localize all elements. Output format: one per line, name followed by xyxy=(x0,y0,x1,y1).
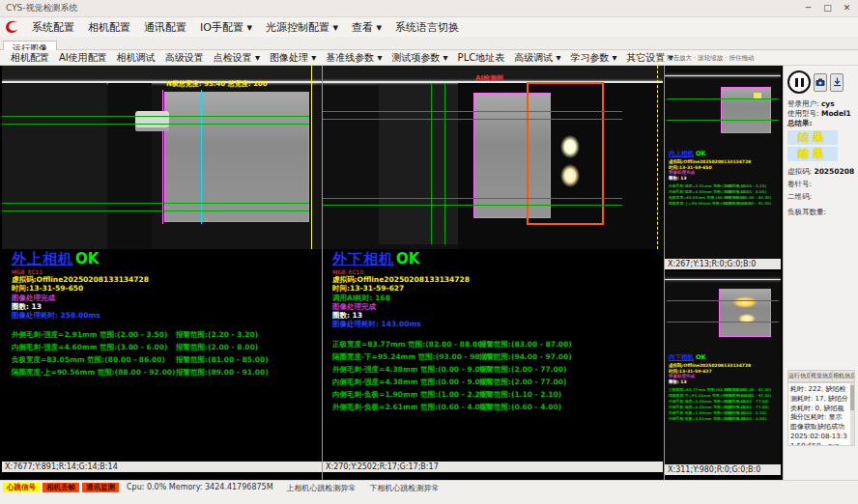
alarm-range: 报警范围:(2.00 - 77.00) xyxy=(479,376,663,388)
code-label: 虚拟码: xyxy=(787,167,812,176)
middle-camera-image: AI检测框 xyxy=(323,66,663,249)
alarm-range: 报警范围:(1.10 - 2.10) xyxy=(479,388,663,401)
bright-edge-line xyxy=(665,75,781,76)
process-elapsed: 图像处理耗时: 143.00ms xyxy=(332,320,663,328)
total-result-label: 总结果: xyxy=(787,119,855,128)
ai-elapsed: 调用AI耗时: 168 xyxy=(332,294,663,302)
info-scrollbar[interactable] xyxy=(850,383,854,445)
app-window: CYS-视觉检测系统 ─ □ ✕ 系统配置相机配置通讯配置IO手配置 ▾光源控制… xyxy=(0,0,858,504)
measurement-list: 正极宽度=83.77mm 范围:(82.00 - 88.00)报警范围:(83.… xyxy=(669,387,777,422)
status-bar: 心跳信号相机丢帧通讯监测 Cpu: 0.0% Memory: 3424.4179… xyxy=(0,480,858,504)
code-value: 20250208 xyxy=(814,167,854,176)
result-box-lower: 结果 xyxy=(787,147,838,161)
toolbar-button[interactable]: 高级调试 ▾ xyxy=(509,51,565,65)
camera-thumb-inner-lower[interactable]: 内下相机OK 虚拟码:Offline20250208133134728 时间:1… xyxy=(665,271,781,475)
measurement-row: 内侧毛刺-强度=4.60mm 范围:(3.00 - 6.00)报警范围:(2.0… xyxy=(12,341,321,353)
export-arrow-icon xyxy=(833,77,842,87)
close-button[interactable]: ✕ xyxy=(839,1,855,14)
camera-name: 外上相机 xyxy=(12,250,73,267)
camera-capture-button[interactable] xyxy=(814,73,827,92)
export-button[interactable] xyxy=(830,73,844,92)
baseline-upper-1 xyxy=(323,111,622,112)
yellow-guide-line xyxy=(657,66,658,249)
baseline-lower-1 xyxy=(323,198,622,199)
menu-item[interactable]: 光源控制配置 ▾ xyxy=(259,20,345,35)
baseline-lower-2 xyxy=(323,205,622,206)
thumb-top-overlay: 内上相机OK 虚拟码:Offline20250208133134728 时间:1… xyxy=(669,141,777,207)
camera-view-outer-lower[interactable]: AI检测框 外下相机OK MG8_EC10 虚拟码:Offline2025020… xyxy=(323,66,663,480)
pause-button[interactable] xyxy=(787,70,811,94)
measurement-row: 内侧毛刺-强度=4.38mm 范围:(0.00 - 9.00)报警范围:(2.0… xyxy=(332,376,663,388)
camera-thumb-inner-upper[interactable]: 内上相机OK 虚拟码:Offline20250208133134728 时间:1… xyxy=(665,66,781,269)
machine-body xyxy=(2,83,106,249)
baseline-lower-1 xyxy=(2,203,309,204)
bright-edge-line xyxy=(665,279,781,280)
process-done: 图像处理完成 xyxy=(332,302,663,311)
loop-count: 圈数: 13 xyxy=(332,311,663,320)
toolbar-button[interactable]: 测试项参数 ▾ xyxy=(386,51,452,65)
measurement-list: 外侧毛刺-强度=2.91mm 范围:(2.00 - 3.50)报警范围:(2.2… xyxy=(669,183,777,207)
result-ok: OK xyxy=(696,353,706,361)
menu-item[interactable]: 相机配置 xyxy=(81,20,137,35)
cpu-memory-status: Cpu: 0.0% Memory: 3424.41796875M xyxy=(127,483,273,491)
alarm-range: 报警范围:(89.00 - 91.00) xyxy=(176,366,321,378)
info-tab[interactable]: 视觉信息 xyxy=(811,371,833,381)
alarm-range: 报警范围:(0.60 - 4.00) xyxy=(725,416,777,422)
measurement-row: 隔圈宽度-下=95.24mm 范围:(93.00 - 98.00)报警范围:(9… xyxy=(332,350,663,363)
toolbar-button[interactable]: 相机配置 xyxy=(6,51,54,65)
menu-item[interactable]: 系统语言切换 xyxy=(388,20,466,35)
info-tab[interactable]: 运行信息 xyxy=(788,371,811,381)
camera-name: 内上相机 xyxy=(669,150,694,157)
menu-list: 系统配置相机配置通讯配置IO手配置 ▾光源控制配置 ▾查看 ▾系统语言切换 xyxy=(25,20,466,35)
toolbar-button[interactable]: AI使用配置 xyxy=(54,51,112,65)
menu-item[interactable]: 通讯配置 xyxy=(137,20,193,35)
left-overlay-text: 外上相机OK MG8_EC11 虚拟码:Offline2025020813313… xyxy=(12,249,321,378)
camera-name: 内下相机 xyxy=(669,353,694,361)
toolbar-button[interactable]: 图像处理 ▾ xyxy=(265,51,321,65)
alarm-range: 报警范围:(0.60 - 4.00) xyxy=(479,401,663,413)
maximize-button[interactable]: □ xyxy=(819,1,836,14)
result-ok: OK xyxy=(396,250,419,267)
measurement-list: 外侧毛刺-强度=2.91mm 范围:(2.00 - 3.50)报警范围:(2.2… xyxy=(12,328,321,378)
toolbar-button[interactable]: 高级设置 xyxy=(160,51,209,65)
alarm-range: 报警范围:(81.00 - 85.00) xyxy=(176,353,321,366)
toolbar-button[interactable]: 点检设置 ▾ xyxy=(209,51,265,65)
menu-item[interactable]: 查看 ▾ xyxy=(345,20,388,35)
toolbar-button[interactable]: PLC地址表 xyxy=(453,51,510,65)
measure-value: 隔圈宽度-上=90.56mm 范围:(88.00 - 92.00) xyxy=(12,366,176,378)
toolbar-button[interactable]: 学习参数 ▾ xyxy=(565,51,621,65)
menu-item[interactable]: 系统配置 xyxy=(25,20,81,35)
user-value: cys xyxy=(821,99,835,108)
measurement-row: 隔圈宽度-上=90.56mm 范围:(88.00 - 92.00)报警范围:(8… xyxy=(12,366,321,378)
baseline-upper-2 xyxy=(2,124,309,125)
measurement-row: 外侧毛刺-负极=2.61mm 范围:(0.60 - 4.00)报警范围:(0.6… xyxy=(669,416,777,422)
panel-spacer xyxy=(787,217,855,366)
loop-count: 圈数: 13 xyxy=(669,176,777,182)
info-log[interactable]: 耗时: 222, 缺陷检测耗时: 17, 缺陷分类耗时: 0, 缺陷视频分区耗时… xyxy=(787,382,855,446)
model-label: 使用型号: xyxy=(787,109,819,118)
machine-panel xyxy=(379,85,458,244)
cell-region xyxy=(721,87,771,133)
camera-name: 外下相机 xyxy=(332,250,394,267)
toolbar-button[interactable]: 相机调试 xyxy=(112,51,160,65)
measure-value: 隔圈宽度-上=90.56mm 范围:(88.00 - 92.00) xyxy=(669,201,725,207)
alarm-range: 报警范围:(2.20 - 3.20) xyxy=(176,328,321,341)
menu-item[interactable]: IO手配置 ▾ xyxy=(193,20,259,35)
measure-value: 外侧毛刺-负极=2.61mm 范围:(0.60 - 4.00) xyxy=(669,416,725,422)
camera-view-outer-upper[interactable]: N极总宽度: 93.40 总宽度: 100 外上相机OK MG8_EC11 虚拟… xyxy=(2,66,322,480)
cell-edge-line xyxy=(162,90,163,224)
measure-value: 内侧毛刺-负极=1.90mm 范围:(1.00 - 2.20) xyxy=(332,388,479,401)
machine-column xyxy=(108,83,152,249)
virtual-code: 虚拟码:Offline20250208133134728 xyxy=(12,275,321,284)
minimize-button[interactable]: ─ xyxy=(800,1,816,14)
info-tab[interactable]: 相机信息 xyxy=(833,371,854,381)
heartbeat-warning: 下相机心跳检测异常 xyxy=(370,483,440,493)
baseline xyxy=(667,300,779,301)
measure-value: 隔圈宽度-下=95.24mm 范围:(93.00 - 98.00) xyxy=(332,350,479,363)
baseline xyxy=(667,120,779,121)
measurement-list: 正极宽度=83.77mm 范围:(82.00 - 88.00)报警范围:(83.… xyxy=(332,338,663,413)
alarm-range: 报警范围:(89.00 - 91.00) xyxy=(725,201,777,207)
status-badge: 通讯监测 xyxy=(82,483,119,492)
bright-spot xyxy=(732,296,758,308)
toolbar-button[interactable]: 基准线参数 ▾ xyxy=(321,51,386,65)
